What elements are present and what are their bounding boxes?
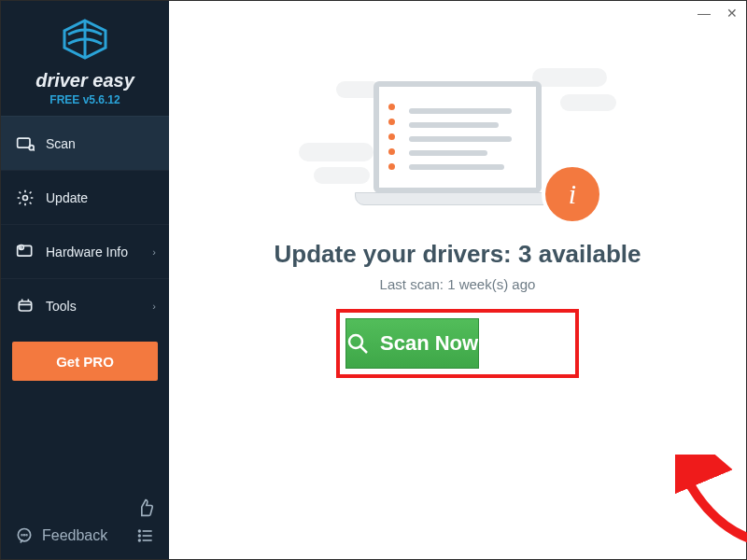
lastscan-value: 1 week(s) ago bbox=[447, 276, 535, 292]
svg-point-11 bbox=[21, 535, 22, 536]
svg-point-12 bbox=[24, 535, 25, 536]
footer-actions bbox=[135, 497, 156, 546]
chevron-right-icon: › bbox=[152, 301, 156, 312]
svg-point-18 bbox=[139, 539, 141, 541]
sidebar-item-update[interactable]: Update bbox=[1, 170, 169, 224]
gear-icon bbox=[16, 189, 35, 207]
sidebar-item-label: Update bbox=[46, 190, 88, 205]
svg-point-5 bbox=[23, 195, 28, 200]
sidebar-item-hardware-info[interactable]: i Hardware Info › bbox=[1, 224, 169, 278]
sidebar-nav: Scan Update i Hardware In bbox=[1, 116, 169, 332]
main-panel: i Update your drivers: 3 available Last … bbox=[169, 1, 746, 559]
lastscan-prefix: Last scan: bbox=[380, 276, 448, 292]
sidebar-item-tools[interactable]: Tools › bbox=[1, 278, 169, 332]
svg-point-20 bbox=[349, 335, 362, 348]
svg-line-21 bbox=[360, 346, 367, 353]
scan-now-button[interactable]: Scan Now bbox=[345, 318, 479, 369]
get-pro-button[interactable]: Get PRO bbox=[12, 342, 158, 381]
app-logo-icon bbox=[59, 18, 111, 61]
svg-rect-9 bbox=[19, 301, 31, 311]
svg-point-13 bbox=[26, 535, 27, 536]
info-badge-icon: i bbox=[542, 163, 603, 225]
headline-prefix: Update your drivers: bbox=[274, 240, 518, 268]
content: i Update your drivers: 3 available Last … bbox=[169, 63, 746, 560]
scan-now-label: Scan Now bbox=[380, 331, 478, 356]
speech-bubble-icon bbox=[14, 525, 35, 546]
svg-text:i: i bbox=[21, 245, 21, 249]
magnifier-icon bbox=[346, 332, 369, 355]
callout-arrow-icon bbox=[675, 455, 747, 557]
chevron-right-icon: › bbox=[152, 246, 156, 258]
brand-sub-prefix: FREE v bbox=[49, 93, 89, 106]
headline-suffix: available bbox=[531, 240, 641, 268]
feedback-label: Feedback bbox=[42, 527, 107, 544]
available-count: 3 bbox=[518, 240, 531, 268]
sidebar: driver easy FREE v5.6.12 Scan bbox=[1, 1, 169, 559]
thumbs-up-icon[interactable] bbox=[135, 497, 156, 518]
app-window: — ✕ driver easy FREE v5.6.12 bbox=[0, 0, 747, 560]
brand-block: driver easy FREE v5.6.12 bbox=[1, 1, 169, 116]
brand-version: FREE v5.6.12 bbox=[1, 93, 169, 106]
sidebar-item-label: Scan bbox=[46, 136, 76, 151]
hero-illustration: i bbox=[299, 63, 616, 231]
last-scan-text: Last scan: 1 week(s) ago bbox=[169, 276, 746, 292]
list-icon[interactable] bbox=[135, 525, 156, 546]
tools-icon bbox=[16, 297, 35, 315]
sidebar-item-scan[interactable]: Scan bbox=[1, 116, 169, 170]
scan-icon bbox=[16, 134, 35, 153]
brand-version-number: 5.6.12 bbox=[89, 93, 120, 106]
sidebar-footer: Feedback bbox=[1, 488, 169, 559]
sidebar-item-label: Hardware Info bbox=[46, 245, 128, 259]
sidebar-item-label: Tools bbox=[46, 299, 77, 314]
brand-name: driver easy bbox=[1, 70, 169, 91]
svg-line-4 bbox=[33, 148, 35, 150]
feedback-button[interactable]: Feedback bbox=[14, 525, 107, 546]
headline: Update your drivers: 3 available bbox=[169, 240, 746, 269]
laptop-graphic bbox=[355, 81, 560, 221]
monitor-info-icon: i bbox=[16, 243, 35, 261]
svg-rect-2 bbox=[18, 138, 30, 147]
svg-point-16 bbox=[139, 535, 141, 537]
svg-point-14 bbox=[139, 530, 141, 532]
scan-highlight-box: Scan Now bbox=[336, 309, 579, 378]
